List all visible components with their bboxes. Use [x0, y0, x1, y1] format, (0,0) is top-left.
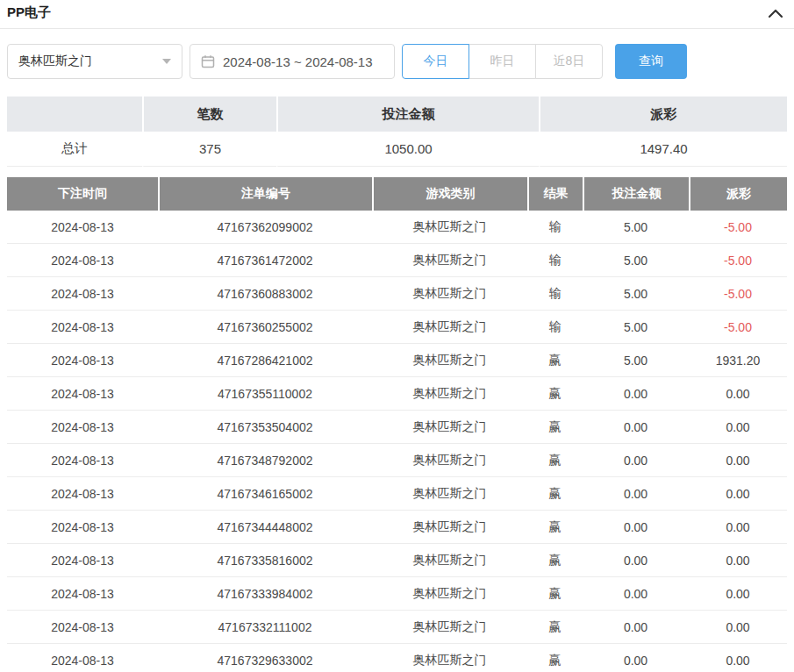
cell-bet-date: 2024-08-13 [7, 211, 158, 244]
cell-payout: -5.00 [689, 244, 787, 277]
cell-bet-id: 47167360883002 [158, 277, 372, 311]
table-row: 2024-08-13 47167360883002 奥林匹斯之门 输 5.00 … [7, 277, 787, 311]
cell-bet-id: 47167344448002 [158, 511, 372, 544]
game-select[interactable]: 奥林匹斯之门 [7, 44, 182, 79]
cell-game-category: 奥林匹斯之门 [372, 511, 527, 544]
cell-result: 赢 [527, 544, 583, 577]
cell-bet-id: 47167353504002 [158, 411, 372, 444]
table-row: 2024-08-13 47167355110002 奥林匹斯之门 赢 0.00 … [7, 377, 787, 411]
cell-bet-date: 2024-08-13 [7, 477, 158, 511]
table-row: 2024-08-13 47167335816002 奥林匹斯之门 赢 0.00 … [7, 544, 787, 577]
cell-bet-date: 2024-08-13 [7, 244, 158, 277]
cell-game-category: 奥林匹斯之门 [372, 444, 527, 477]
column-header-bet-id: 注单编号 [158, 177, 372, 211]
cell-payout: 0.00 [689, 544, 787, 577]
summary-total-bet-amount: 1050.00 [276, 132, 539, 167]
summary-header-count: 笔数 [142, 97, 276, 132]
summary-header-empty [7, 97, 142, 132]
cell-payout: 0.00 [689, 611, 787, 644]
date-range-input[interactable]: 2024-08-13 ~ 2024-08-13 [190, 44, 395, 79]
summary-header-bet-amount: 投注金额 [276, 97, 539, 132]
pp-electronic-panel: PP电子 奥林匹斯之门 2024-08-13 ~ 2024-08-13 [0, 0, 794, 672]
table-row: 2024-08-13 47167286421002 奥林匹斯之门 赢 5.00 … [7, 344, 787, 377]
cell-bet-id: 47167361472002 [158, 244, 372, 277]
quick-button-last8days[interactable]: 近8日 [535, 44, 603, 79]
cell-bet-date: 2024-08-13 [7, 644, 158, 672]
calendar-icon [201, 54, 215, 68]
cell-bet-id: 47167355110002 [158, 377, 372, 411]
column-header-bet-amount: 投注金额 [583, 177, 689, 211]
cell-payout: 0.00 [689, 477, 787, 511]
cell-payout: -5.00 [689, 277, 787, 311]
cell-bet-date: 2024-08-13 [7, 577, 158, 611]
cell-result: 赢 [527, 511, 583, 544]
chevron-up-icon[interactable] [768, 8, 783, 18]
cell-bet-amount: 5.00 [583, 277, 689, 311]
cell-bet-id: 47167286421002 [158, 344, 372, 377]
cell-payout: 0.00 [689, 511, 787, 544]
cell-result: 赢 [527, 377, 583, 411]
column-header-result: 结果 [527, 177, 583, 211]
cell-game-category: 奥林匹斯之门 [372, 311, 527, 344]
cell-bet-amount: 0.00 [583, 444, 689, 477]
cell-bet-amount: 0.00 [583, 477, 689, 511]
cell-payout: 1931.20 [689, 344, 787, 377]
quick-button-today[interactable]: 今日 [402, 44, 469, 79]
cell-bet-date: 2024-08-13 [7, 277, 158, 311]
cell-game-category: 奥林匹斯之门 [372, 544, 527, 577]
cell-bet-amount: 0.00 [583, 544, 689, 577]
cell-bet-id: 47167346165002 [158, 477, 372, 511]
cell-result: 输 [527, 211, 583, 244]
filter-bar: 奥林匹斯之门 2024-08-13 ~ 2024-08-13 今日 昨日 近8日… [7, 44, 787, 79]
cell-result: 输 [527, 244, 583, 277]
cell-result: 赢 [527, 644, 583, 672]
table-row: 2024-08-13 47167348792002 奥林匹斯之门 赢 0.00 … [7, 444, 787, 477]
cell-game-category: 奥林匹斯之门 [372, 577, 527, 611]
bet-table-body: 2024-08-13 47167362099002 奥林匹斯之门 输 5.00 … [7, 211, 787, 672]
cell-result: 赢 [527, 411, 583, 444]
cell-payout: 0.00 [689, 577, 787, 611]
cell-result: 赢 [527, 444, 583, 477]
quick-filter-group: 今日 昨日 近8日 [402, 44, 603, 79]
table-row: 2024-08-13 47167346165002 奥林匹斯之门 赢 0.00 … [7, 477, 787, 511]
summary-table: 笔数 投注金额 派彩 总计 375 1050.00 1497.40 [7, 97, 787, 167]
cell-bet-date: 2024-08-13 [7, 411, 158, 444]
bet-table-header-row: 下注时间 注单编号 游戏类别 结果 投注金额 派彩 [7, 177, 787, 211]
summary-total-payout: 1497.40 [539, 132, 787, 167]
cell-bet-id: 47167329633002 [158, 644, 372, 672]
summary-total-row: 总计 375 1050.00 1497.40 [7, 132, 787, 167]
cell-result: 赢 [527, 611, 583, 644]
cell-game-category: 奥林匹斯之门 [372, 211, 527, 244]
table-row: 2024-08-13 47167333984002 奥林匹斯之门 赢 0.00 … [7, 577, 787, 611]
cell-bet-date: 2024-08-13 [7, 344, 158, 377]
cell-bet-id: 47167348792002 [158, 444, 372, 477]
table-row: 2024-08-13 47167360255002 奥林匹斯之门 输 5.00 … [7, 311, 787, 344]
cell-bet-amount: 0.00 [583, 644, 689, 672]
cell-result: 赢 [527, 477, 583, 511]
cell-game-category: 奥林匹斯之门 [372, 277, 527, 311]
cell-bet-date: 2024-08-13 [7, 611, 158, 644]
cell-bet-amount: 0.00 [583, 511, 689, 544]
column-header-payout: 派彩 [689, 177, 787, 211]
cell-game-category: 奥林匹斯之门 [372, 344, 527, 377]
column-header-bet-time: 下注时间 [7, 177, 158, 211]
summary-total-count: 375 [142, 132, 276, 167]
summary-header-row: 笔数 投注金额 派彩 [7, 97, 787, 132]
cell-bet-date: 2024-08-13 [7, 311, 158, 344]
quick-button-yesterday[interactable]: 昨日 [469, 44, 536, 79]
cell-result: 输 [527, 277, 583, 311]
cell-result: 输 [527, 311, 583, 344]
cell-bet-id: 47167360255002 [158, 311, 372, 344]
cell-bet-amount: 0.00 [583, 611, 689, 644]
cell-bet-amount: 0.00 [583, 577, 689, 611]
cell-payout: 0.00 [689, 644, 787, 672]
panel-header: PP电子 [0, 4, 794, 29]
search-button[interactable]: 查询 [615, 44, 687, 79]
table-row: 2024-08-13 47167329633002 奥林匹斯之门 赢 0.00 … [7, 644, 787, 672]
cell-game-category: 奥林匹斯之门 [372, 477, 527, 511]
cell-bet-amount: 0.00 [583, 377, 689, 411]
cell-bet-amount: 5.00 [583, 244, 689, 277]
cell-payout: 0.00 [689, 377, 787, 411]
page-title: PP电子 [7, 4, 51, 21]
table-row: 2024-08-13 47167362099002 奥林匹斯之门 输 5.00 … [7, 211, 787, 244]
